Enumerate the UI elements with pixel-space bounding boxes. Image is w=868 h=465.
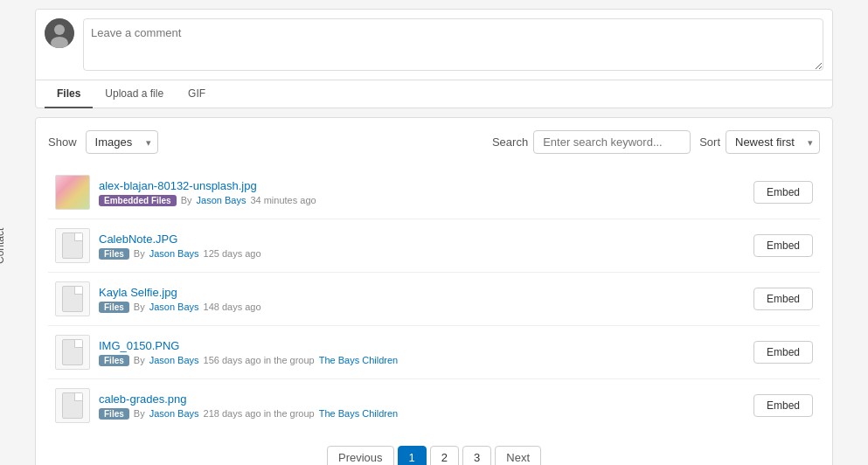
file-group[interactable]: The Bays Children <box>319 355 399 365</box>
file-info: caleb-grades.png Files By Jason Bays 218… <box>99 392 745 420</box>
file-author[interactable]: Jason Bays <box>149 302 199 312</box>
table-row: CalebNote.JPG Files By Jason Bays 125 da… <box>48 219 820 273</box>
sidebar-contact-label: Contact <box>0 228 6 264</box>
file-meta: Files By Jason Bays 218 days ago in the … <box>99 408 745 420</box>
sort-select-wrapper[interactable]: Newest first Oldest first Name A-Z Name … <box>726 130 820 154</box>
file-meta: Embedded Files By Jason Bays 34 minutes … <box>99 195 745 206</box>
file-name[interactable]: caleb-grades.png <box>99 392 745 406</box>
comment-section: Files Upload a file GIF <box>35 9 833 108</box>
svg-point-1 <box>54 24 65 35</box>
embed-button[interactable]: Embed <box>753 288 813 310</box>
file-time: 218 days ago in the group <box>204 408 315 419</box>
file-icon <box>62 286 83 312</box>
embed-button[interactable]: Embed <box>753 394 813 417</box>
page-1-button[interactable]: 1 <box>398 446 427 465</box>
search-label: Search <box>492 135 528 149</box>
file-name[interactable]: alex-blajan-80132-unsplash.jpg <box>99 179 745 192</box>
file-meta: Files By Jason Bays 156 days ago in the … <box>99 355 745 366</box>
file-icon <box>62 339 83 365</box>
file-meta-by: By <box>181 195 192 205</box>
file-meta-by: By <box>134 248 145 259</box>
file-group[interactable]: The Bays Children <box>319 408 399 419</box>
embed-button[interactable]: Embed <box>753 234 813 257</box>
page-2-button[interactable]: 2 <box>430 446 459 465</box>
badge-files: Files <box>99 248 129 260</box>
sort-label: Sort <box>699 135 720 149</box>
files-panel: Show Images Files All Search Sort Newest… <box>35 117 833 465</box>
file-info: IMG_0150.PNG Files By Jason Bays 156 day… <box>99 339 745 366</box>
comment-tabs-bar: Files Upload a file GIF <box>36 80 832 108</box>
file-info: Kayla Selfie.jpg Files By Jason Bays 148… <box>99 286 745 313</box>
badge-embedded-files: Embedded Files <box>99 195 177 206</box>
comment-header <box>36 10 832 80</box>
file-thumbnail <box>55 281 90 316</box>
badge-files: Files <box>99 408 129 420</box>
file-list: alex-blajan-80132-unsplash.jpg Embedded … <box>48 166 820 432</box>
file-time: 34 minutes ago <box>250 195 316 205</box>
show-select[interactable]: Images Files All <box>86 130 158 154</box>
file-thumbnail <box>55 175 90 210</box>
file-time: 148 days ago <box>204 302 261 312</box>
file-meta: Files By Jason Bays 148 days ago <box>99 302 745 313</box>
file-author[interactable]: Jason Bays <box>149 248 199 259</box>
search-group: Search <box>492 130 691 154</box>
comment-input[interactable] <box>83 18 823 71</box>
file-thumbnail <box>55 388 90 423</box>
tab-gif[interactable]: GIF <box>176 80 218 108</box>
badge-files: Files <box>99 302 129 313</box>
file-author[interactable]: Jason Bays <box>149 355 199 365</box>
table-row: IMG_0150.PNG Files By Jason Bays 156 day… <box>48 326 820 379</box>
file-thumbnail <box>55 335 90 370</box>
files-toolbar: Show Images Files All Search Sort Newest… <box>48 130 820 154</box>
pagination: Previous 1 2 3 Next <box>48 446 820 465</box>
file-name[interactable]: CalebNote.JPG <box>99 232 745 246</box>
avatar <box>45 18 74 48</box>
next-button[interactable]: Next <box>495 446 541 465</box>
embed-button[interactable]: Embed <box>753 181 813 204</box>
file-author[interactable]: Jason Bays <box>149 408 199 419</box>
embed-button[interactable]: Embed <box>753 341 813 364</box>
file-time: 156 days ago in the group <box>204 355 315 365</box>
badge-files: Files <box>99 355 129 366</box>
tab-files[interactable]: Files <box>45 80 93 108</box>
file-meta: Files By Jason Bays 125 days ago <box>99 248 745 260</box>
file-meta-by: By <box>134 355 145 365</box>
file-author[interactable]: Jason Bays <box>197 195 247 205</box>
sort-group: Sort Newest first Oldest first Name A-Z … <box>699 130 820 154</box>
file-info: CalebNote.JPG Files By Jason Bays 125 da… <box>99 232 745 260</box>
file-icon <box>62 392 83 419</box>
file-meta-by: By <box>134 302 145 312</box>
table-row: alex-blajan-80132-unsplash.jpg Embedded … <box>48 166 820 219</box>
file-time: 125 days ago <box>204 248 261 259</box>
table-row: Kayla Selfie.jpg Files By Jason Bays 148… <box>48 273 820 326</box>
show-select-wrapper[interactable]: Images Files All <box>86 130 158 154</box>
file-meta-by: By <box>134 408 145 419</box>
search-input[interactable] <box>533 130 691 154</box>
sort-select[interactable]: Newest first Oldest first Name A-Z Name … <box>726 130 820 154</box>
page-3-button[interactable]: 3 <box>462 446 491 465</box>
tab-upload-file[interactable]: Upload a file <box>93 80 176 108</box>
previous-button[interactable]: Previous <box>327 446 394 465</box>
file-thumbnail <box>55 228 90 263</box>
file-name[interactable]: Kayla Selfie.jpg <box>99 286 745 299</box>
show-label: Show <box>48 135 77 149</box>
table-row: caleb-grades.png Files By Jason Bays 218… <box>48 379 820 432</box>
file-info: alex-blajan-80132-unsplash.jpg Embedded … <box>99 179 745 206</box>
file-name[interactable]: IMG_0150.PNG <box>99 339 745 352</box>
file-icon <box>62 232 83 259</box>
